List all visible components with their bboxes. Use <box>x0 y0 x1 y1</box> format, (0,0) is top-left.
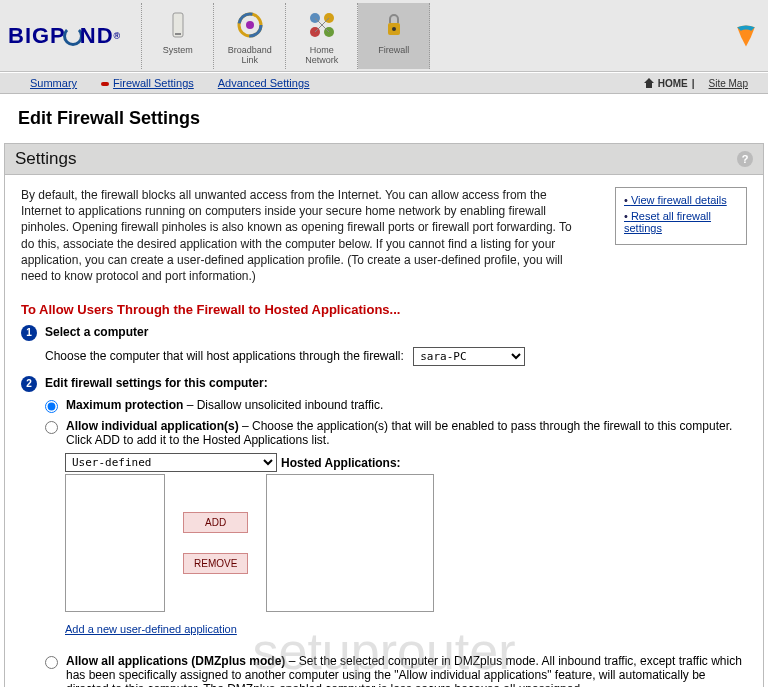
nav-broadband-label: Broadband Link <box>228 45 272 65</box>
help-icon[interactable]: ? <box>737 151 753 167</box>
top-nav-icons: System Broadband Link Home Network Firew… <box>141 3 430 69</box>
svg-point-12 <box>392 27 396 31</box>
indiv-label: Allow individual application(s) <box>66 419 239 433</box>
option-individual-apps: Allow individual application(s) – Choose… <box>45 419 747 447</box>
swirl-icon <box>63 26 83 46</box>
step1-title: Select a computer <box>45 325 148 339</box>
page-title: Edit Firewall Settings <box>18 108 768 129</box>
subnav-advanced[interactable]: Advanced Settings <box>218 77 310 89</box>
nav-firewall[interactable]: Firewall <box>358 3 430 69</box>
step-number-2: 2 <box>21 376 37 392</box>
hosted-apps-label: Hosted Applications: <box>281 456 401 470</box>
broadband-icon <box>234 9 266 41</box>
firewall-icon <box>378 9 410 41</box>
panel-title: Settings <box>15 149 76 169</box>
subnav-summary[interactable]: Summary <box>30 77 77 89</box>
add-button[interactable]: ADD <box>183 512 248 533</box>
subnav-firewall-settings[interactable]: Firewall Settings <box>113 77 194 89</box>
nav-broadband[interactable]: Broadband Link <box>214 3 286 69</box>
hosted-apps-listbox[interactable] <box>266 474 434 612</box>
telstra-logo-icon <box>732 22 760 50</box>
panel-body: By default, the firewall blocks all unwa… <box>4 175 764 687</box>
nav-system[interactable]: System <box>142 3 214 69</box>
nav-firewall-label: Firewall <box>378 45 409 55</box>
step1-choose-line: Choose the computer that will host appli… <box>45 347 747 366</box>
home-network-icon <box>306 9 338 41</box>
svg-rect-1 <box>175 33 181 35</box>
computer-select[interactable]: sara-PC <box>413 347 525 366</box>
link-view-firewall-details[interactable]: View firewall details <box>624 194 738 206</box>
remove-button[interactable]: REMOVE <box>183 553 248 574</box>
link-add-user-defined-app[interactable]: Add a new user-defined application <box>65 623 237 635</box>
step2-title: Edit firewall settings for this computer… <box>45 376 268 390</box>
radio-dmzplus[interactable] <box>45 656 58 669</box>
step-1: 1 Select a computer <box>21 325 747 341</box>
dmz-label: Allow all applications (DMZplus mode) <box>66 654 285 668</box>
radio-individual-apps[interactable] <box>45 421 58 434</box>
intro-text: By default, the firewall blocks all unwa… <box>21 187 581 284</box>
max-desc: – Disallow unsolicited inbound traffic. <box>183 398 383 412</box>
option-max-protection: Maximum protection – Disallow unsolicite… <box>45 398 747 413</box>
application-select[interactable]: User-defined <box>65 453 277 472</box>
nav-home-network[interactable]: Home Network <box>286 3 358 69</box>
subnav-home-label[interactable]: HOME <box>658 78 688 89</box>
step1-desc: Choose the computer that will host appli… <box>45 349 404 363</box>
sub-nav-bar: Summary Firewall Settings Advanced Setti… <box>0 72 768 94</box>
system-icon <box>162 9 194 41</box>
radio-max-protection[interactable] <box>45 400 58 413</box>
subnav-sitemap[interactable]: Site Map <box>709 78 748 89</box>
option-dmzplus: Allow all applications (DMZplus mode) – … <box>45 654 747 687</box>
nav-homenet-label: Home Network <box>305 45 338 65</box>
brand-logo: BIGPND® <box>8 23 133 49</box>
step-number-1: 1 <box>21 325 37 341</box>
nav-system-label: System <box>163 45 193 55</box>
svg-point-4 <box>246 21 254 29</box>
application-block: User-defined Hosted Applications: ADD RE… <box>65 453 747 612</box>
max-label: Maximum protection <box>66 398 183 412</box>
link-reset-firewall[interactable]: Reset all firewall settings <box>624 210 738 234</box>
step-2: 2 Edit firewall settings for this comput… <box>21 376 747 392</box>
top-nav-bar: BIGPND® System Broadband Link Home Netwo… <box>0 0 768 72</box>
available-apps-listbox[interactable] <box>65 474 165 612</box>
panel-header: Settings ? <box>4 143 764 175</box>
section-heading-allow-users: To Allow Users Through the Firewall to H… <box>21 302 747 317</box>
side-links-box: View firewall details Reset all firewall… <box>615 187 747 245</box>
active-indicator-icon <box>101 82 109 86</box>
home-icon <box>643 77 655 89</box>
